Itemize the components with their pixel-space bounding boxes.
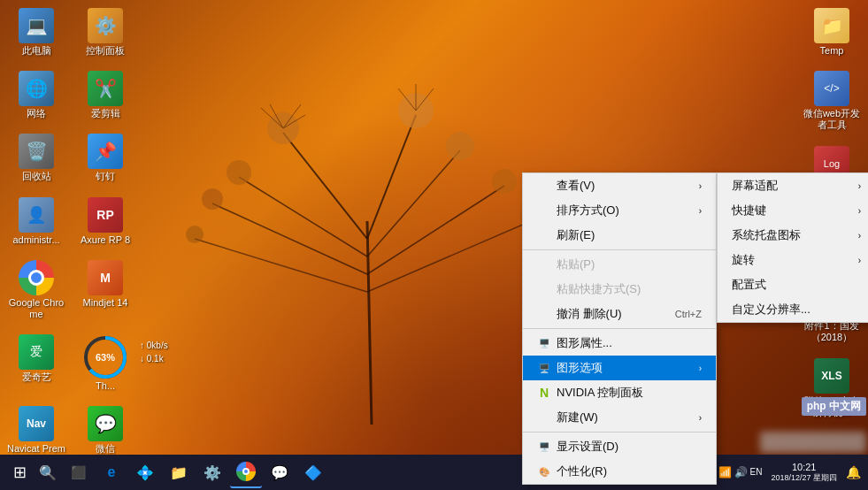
recycle-label: 回收站 — [22, 171, 51, 182]
svg-line-5 — [212, 203, 367, 274]
desktop-icon-computer[interactable]: 💻 此电脑 — [4, 4, 68, 60]
cm-display-icon: 🖥️ — [537, 440, 551, 454]
network-icon: 🌐 — [19, 71, 54, 106]
cm-undo-icon — [537, 307, 551, 321]
wechat-icon: 💬 — [88, 406, 123, 441]
taskbar-wechat[interactable]: 💬 — [264, 456, 296, 488]
taskbar-search[interactable]: 🔍 — [35, 456, 60, 488]
cm-sort-icon — [537, 203, 551, 218]
taskbar-icon8[interactable]: 🔷 — [297, 456, 329, 488]
admin-icon: 👤 — [19, 197, 54, 233]
cm-graphics-prop-icon: 🖥️ — [537, 336, 551, 350]
taskbar: ⊞ 🔍 ⬛ e 💠 📁 ⚙️ 💬 🔷 — [0, 455, 868, 490]
desktop-icon-web-dev[interactable]: </> 微信web开发者工具 — [800, 67, 864, 134]
tray-volume[interactable]: 🔊 — [734, 466, 748, 479]
cm-refresh[interactable]: 刷新(E) — [523, 223, 716, 248]
mindjet-icon: M — [88, 260, 123, 295]
svg-point-13 — [202, 188, 223, 210]
svg-point-12 — [446, 132, 474, 160]
control-panel-icon: ⚙️ — [88, 8, 123, 43]
desktop-icon-network[interactable]: 🌐 网络 — [4, 67, 68, 123]
sub-custom-resolution[interactable]: 自定义分辨率... — [718, 297, 868, 322]
desktop-icon-iiqiyi[interactable]: 爱 爱奇艺 — [4, 331, 68, 395]
system-clock[interactable]: 10:21 2018/12/27 星期四 — [767, 459, 841, 486]
taskbar-icon2[interactable]: 💠 — [129, 456, 161, 488]
net-speed-widget: ↑ 0kb/s ↓ 0.1k — [140, 339, 168, 365]
sub-rotate[interactable]: 旋转 › — [718, 248, 868, 272]
desktop-icon-chrome[interactable]: Google Chrome — [4, 256, 68, 324]
tray-battery[interactable]: EN — [750, 467, 763, 477]
cm-sep3 — [523, 432, 716, 433]
sub-shortcut[interactable]: 快捷键 › — [718, 198, 868, 223]
sub-screen-fit[interactable]: 屏幕适配 › — [718, 173, 868, 198]
cm-new[interactable]: 新建(W) › — [523, 405, 716, 430]
recycle-icon: 🗑️ — [19, 134, 54, 169]
th-label: Th... — [96, 380, 115, 392]
web-dev-label: 微信web开发者工具 — [802, 108, 862, 131]
network-label: 网络 — [27, 108, 46, 119]
desktop-icon-admin[interactable]: 👤 administr... — [4, 194, 68, 249]
cm-paste-shortcut-icon — [537, 282, 551, 296]
cm-display[interactable]: 🖥️ 显示设置(D) — [523, 434, 716, 459]
desktop-icon-th[interactable]: 63% Th... — [73, 331, 137, 395]
cm-sep1 — [523, 249, 716, 250]
svg-line-1 — [283, 133, 367, 239]
axure-label: Axure RP 8 — [81, 234, 130, 246]
taskbar-explorer[interactable]: 📁 — [163, 456, 195, 488]
temp-label: Temp — [820, 45, 844, 57]
taskbar-right: ∧ 📶 🔊 EN 10:21 2018/12/27 星期四 🔔 — [709, 459, 864, 486]
computer-label: 此电脑 — [22, 45, 51, 57]
svg-line-8 — [367, 221, 531, 292]
desktop-icon-control[interactable]: ⚙️ 控制面板 — [73, 4, 137, 60]
taskbar-task-view[interactable]: ⬛ — [62, 456, 94, 488]
sub-sys-tray-icon[interactable]: 系统托盘图标 › — [718, 223, 868, 248]
taskbar-chrome[interactable] — [230, 456, 262, 488]
cm-refresh-icon — [537, 228, 551, 242]
taskbar-edge[interactable]: e — [96, 456, 127, 488]
php-badge-area: php 中文网 — [760, 432, 866, 453]
web-dev-icon: </> — [814, 71, 849, 106]
desktop-icon-temp[interactable]: 📁 Temp — [800, 4, 864, 60]
sub-config-mode[interactable]: 配置式 — [718, 272, 868, 297]
start-button[interactable]: ⊞ — [4, 456, 35, 488]
desktop-icon-dingding[interactable]: 📌 钉钉 — [73, 130, 137, 186]
cm-graphics-options-icon: 🖥️ — [537, 361, 551, 375]
notification-area[interactable]: 🔔 — [846, 465, 861, 479]
performance-widget: 63% — [82, 334, 128, 380]
cm-nvidia-icon: N — [537, 386, 551, 400]
cm-paste[interactable]: 粘贴(P) — [523, 252, 716, 277]
desktop-icon-axure[interactable]: RP Axure RP 8 — [73, 194, 137, 249]
dingding-icon: 📌 — [88, 134, 123, 169]
desktop-icon-mindjet[interactable]: M Mindjet 14 — [73, 256, 137, 324]
tray-network[interactable]: 📶 — [718, 466, 732, 479]
taskbar-settings[interactable]: ⚙️ — [196, 456, 228, 488]
aiqiyi-label: 爱剪辑 — [91, 108, 120, 119]
wechat-label: 微信 — [96, 443, 115, 455]
cm-personalize[interactable]: 🎨 个性化(R) — [523, 459, 716, 484]
axure-icon: RP — [88, 197, 123, 233]
cm-sort[interactable]: 排序方式(O) › — [523, 198, 716, 223]
excel-icon: XLS — [814, 358, 849, 394]
desktop-icon-aiqiyi[interactable]: ✂️ 爱剪辑 — [73, 67, 137, 123]
svg-line-6 — [367, 186, 504, 274]
desktop: 💻 此电脑 ⚙️ 控制面板 🌐 网络 ✂️ 爱剪辑 🗑️ 回收站 — [0, 0, 868, 490]
cm-nvidia[interactable]: N NVIDIA 控制面板 — [523, 380, 716, 405]
control-panel-label: 控制面板 — [86, 45, 125, 57]
dingding-label: 钉钉 — [96, 171, 115, 182]
iiqiyi-label: 爱奇艺 — [22, 371, 51, 383]
temp-folder-icon: 📁 — [814, 8, 849, 43]
desktop-icon-recycle[interactable]: 🗑️ 回收站 — [4, 130, 68, 186]
chrome-icon — [19, 260, 54, 295]
svg-point-14 — [492, 169, 517, 194]
cm-personalize-icon: 🎨 — [537, 464, 551, 479]
cm-paste-shortcut[interactable]: 粘贴快捷方式(S) — [523, 277, 716, 302]
cm-graphics-options[interactable]: 🖥️ 图形选项 › — [523, 356, 716, 380]
desktop-icons-left: 💻 此电脑 ⚙️ 控制面板 🌐 网络 ✂️ 爱剪辑 🗑️ 回收站 — [4, 4, 137, 471]
cm-paste-icon — [537, 257, 551, 272]
cm-view[interactable]: 查看(V) › — [523, 173, 716, 198]
pdf-label: 附件1：国发（2018） — [802, 320, 862, 343]
cm-graphics-prop[interactable]: 🖥️ 图形属性... — [523, 331, 716, 356]
admin-label: administr... — [12, 234, 59, 246]
cm-undo[interactable]: 撤消 删除(U) Ctrl+Z — [523, 302, 716, 326]
chrome-label: Google Chrome — [6, 297, 66, 320]
